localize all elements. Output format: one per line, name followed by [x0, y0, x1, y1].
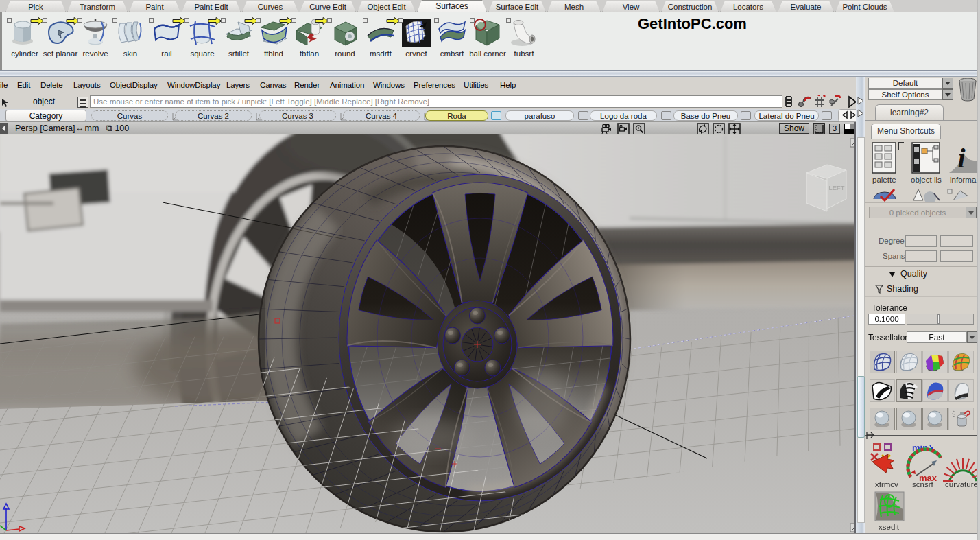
svg-text:i: i — [957, 143, 965, 174]
svg-text:LEFT: LEFT — [828, 184, 844, 191]
